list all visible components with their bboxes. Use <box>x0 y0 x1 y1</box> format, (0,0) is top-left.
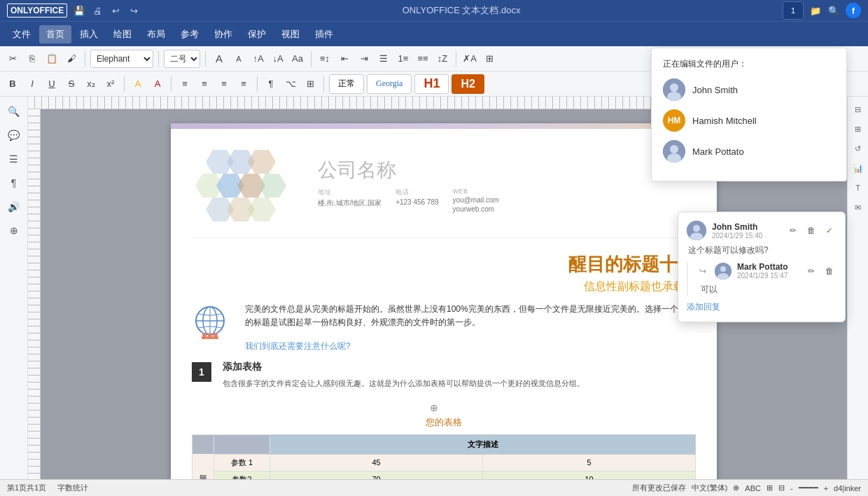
ruler-v-ticks <box>28 109 40 479</box>
menu-collaboration[interactable]: 协作 <box>207 25 239 43</box>
reply-edit-btn[interactable]: ✏ <box>804 264 818 278</box>
clear-format-btn[interactable]: ✗A <box>461 50 478 67</box>
right-mail-icon[interactable]: ✉ <box>850 199 867 216</box>
paste-button[interactable]: 📋 <box>43 50 60 67</box>
font-size-select[interactable]: 二号 <box>164 50 200 68</box>
comment-edit-btn[interactable]: ✏ <box>786 223 800 237</box>
menu-plugins[interactable]: 插件 <box>308 25 340 43</box>
link-text[interactable]: 我们到底还需要注意什么呢? <box>245 340 696 352</box>
list-bullets-btn[interactable]: ☰ <box>375 50 392 67</box>
search-header-icon[interactable]: 🔍 <box>827 4 840 17</box>
comment-resolve-btn[interactable]: ✓ <box>822 223 836 237</box>
borders-btn[interactable]: ⊞ <box>481 50 498 67</box>
align-left-button[interactable]: ≡ <box>176 76 193 92</box>
web-value: yourweb.com <box>453 205 499 213</box>
highlight-button[interactable]: A <box>130 76 146 92</box>
collab-count-badge[interactable]: 1 <box>783 1 804 20</box>
sidebar-comment-icon[interactable]: 💬 <box>4 125 24 146</box>
zoom-out-icon[interactable]: - <box>790 484 793 492</box>
reply-avatar-img <box>715 263 732 280</box>
redo-icon[interactable]: ↪ <box>127 4 140 17</box>
comment-reply: ↪ Mark Pottato 2024/1/29 15:47 ✏ 🗑 可以 <box>687 262 836 296</box>
align-right-button[interactable]: ≡ <box>216 76 232 92</box>
align-center-button[interactable]: ≡ <box>196 76 213 92</box>
reply-arrow-icon: ↪ <box>699 266 706 276</box>
comment-delete-btn[interactable]: 🗑 <box>804 223 818 237</box>
menu-file[interactable]: 文件 <box>6 25 38 43</box>
undo-icon[interactable]: ↩ <box>109 4 122 17</box>
print-icon[interactable]: 🖨 <box>91 4 104 17</box>
zoom-level: d4|inker <box>834 484 861 492</box>
increase-indent-btn[interactable]: ⇥ <box>356 50 372 67</box>
italic-button[interactable]: I <box>24 76 41 92</box>
multilevel-list-btn[interactable]: ≡≡ <box>414 50 431 67</box>
zoom-in-icon[interactable]: + <box>824 484 828 492</box>
menu-protection[interactable]: 保护 <box>241 25 273 43</box>
file-save-icon[interactable]: 💾 <box>73 4 85 17</box>
fit-page-icon[interactable]: ⊟ <box>778 483 785 492</box>
menu-layout[interactable]: 布局 <box>140 25 172 43</box>
copy-style-button[interactable]: ⌥ <box>282 76 299 92</box>
font-color-button[interactable]: A <box>149 76 166 92</box>
copy-button[interactable]: ⎘ <box>24 50 41 67</box>
comment-author-avatar <box>687 221 706 240</box>
font-size-increase-btn[interactable]: A <box>211 50 227 67</box>
svg-marker-2 <box>248 150 276 174</box>
menu-home[interactable]: 首页 <box>39 25 71 43</box>
right-rotate-icon[interactable]: ↺ <box>850 140 867 157</box>
svg-point-30 <box>720 266 726 272</box>
menu-draw[interactable]: 绘图 <box>106 25 139 43</box>
table-add-icon[interactable]: ⊕ <box>430 402 438 413</box>
insert-table-btn[interactable]: ⊞ <box>302 76 318 92</box>
right-fit-page-icon[interactable]: ⊞ <box>850 120 867 137</box>
style-georgia[interactable]: Georgia <box>367 74 412 94</box>
titlebar-right: 1 📁 🔍 f <box>783 1 861 20</box>
app-logo: ONLYOFFICE <box>7 4 67 18</box>
subscript-button[interactable]: x₂ <box>83 76 99 92</box>
table-header-cell: 文字描述 <box>270 434 696 454</box>
justify-button[interactable]: ≡ <box>235 76 252 92</box>
sidebar-audio-icon[interactable]: 🔊 <box>4 196 24 217</box>
zoom-bar[interactable]: ━━━━ <box>799 483 818 492</box>
sidebar-search-icon[interactable]: 🔍 <box>4 101 24 122</box>
add-reply-button[interactable]: 添加回复 <box>687 301 836 313</box>
word-count[interactable]: 字数统计 <box>57 483 88 493</box>
style-h1[interactable]: H1 <box>414 74 449 94</box>
menu-references[interactable]: 参考 <box>174 25 206 43</box>
change-case-btn[interactable]: Aa <box>289 50 306 67</box>
svg-rect-17 <box>202 336 207 339</box>
sidebar-compare-icon[interactable]: ⊕ <box>4 220 24 241</box>
cut-button[interactable]: ✂ <box>4 50 21 67</box>
strikethrough-button[interactable]: S <box>63 76 80 92</box>
underline-button[interactable]: U <box>43 76 60 92</box>
superscript-button[interactable]: x² <box>102 76 119 92</box>
phone-label: 电话 <box>396 188 438 197</box>
line-spacing-btn[interactable]: ≡↕ <box>316 50 333 67</box>
style-h2[interactable]: H2 <box>451 74 484 94</box>
sidebar-style-icon[interactable]: ¶ <box>4 172 24 193</box>
table-cell-v2: 10 <box>483 471 696 479</box>
list-numbers-btn[interactable]: 1≡ <box>395 50 412 67</box>
save-to-cloud-icon[interactable]: 📁 <box>809 4 822 17</box>
right-chart-icon[interactable]: 📊 <box>850 160 867 177</box>
right-fit-width-icon[interactable]: ⊟ <box>850 101 867 118</box>
reply-delete-btn[interactable]: 🗑 <box>822 264 836 278</box>
show-marks-button[interactable]: ¶ <box>262 76 279 92</box>
menu-insert[interactable]: 插入 <box>73 25 105 43</box>
divider9 <box>323 76 324 92</box>
decrease-indent-btn[interactable]: ⇤ <box>336 50 353 67</box>
font-family-select[interactable]: Elephant <box>90 50 153 68</box>
accessibility-icon: ⊕ <box>733 483 739 492</box>
font-size-down-btn[interactable]: ↓A <box>270 50 286 67</box>
format-painter-button[interactable]: 🖌 <box>63 50 80 67</box>
font-size-up-btn[interactable]: ↑A <box>250 50 267 67</box>
right-text-icon[interactable]: T <box>850 179 867 196</box>
bold-button[interactable]: B <box>4 76 21 92</box>
menu-view[interactable]: 视图 <box>274 25 307 43</box>
sidebar-headings-icon[interactable]: ☰ <box>4 149 24 170</box>
contact-row: 地址 楼,衔,城市/地区,国家 电话 +123 456 789 WEB you@… <box>318 188 696 213</box>
font-size-decrease-btn[interactable]: A <box>230 50 247 67</box>
style-normal[interactable]: 正常 <box>329 74 364 94</box>
sort-btn[interactable]: ↕Z <box>434 50 451 67</box>
language-indicator[interactable]: 中文(繁体) <box>692 483 727 493</box>
